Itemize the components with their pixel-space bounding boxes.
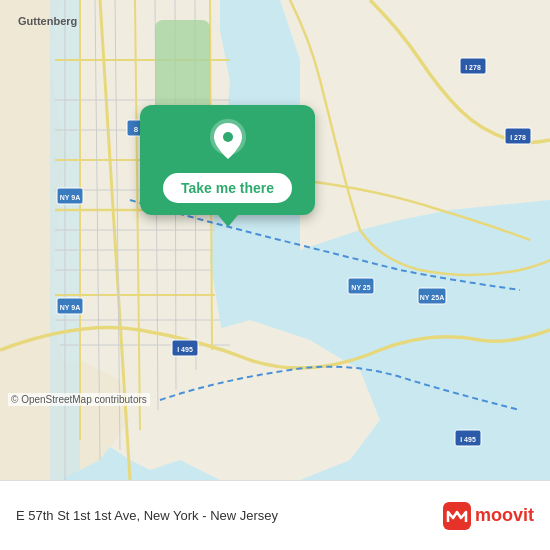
svg-text:I 495: I 495 <box>460 436 476 443</box>
moovit-brand-name: moovit <box>475 505 534 526</box>
take-me-there-button[interactable]: Take me there <box>163 173 292 203</box>
bottom-bar: E 57th St 1st 1st Ave, New York - New Je… <box>0 480 550 550</box>
copyright-notice: © OpenStreetMap contributors <box>8 393 150 406</box>
location-popup: Take me there <box>140 105 315 215</box>
map-view: NY 9A NY 9A I 495 I 278 I 278 NY 25 NY 2… <box>0 0 550 480</box>
svg-text:I 278: I 278 <box>510 134 526 141</box>
svg-text:NY 9A: NY 9A <box>60 304 81 311</box>
location-pin-icon <box>206 119 250 163</box>
svg-text:Guttenberg: Guttenberg <box>18 15 77 27</box>
moovit-logo: moovit <box>443 502 534 530</box>
svg-point-54 <box>223 132 233 142</box>
moovit-icon <box>443 502 471 530</box>
svg-text:8: 8 <box>134 125 139 134</box>
svg-text:I 278: I 278 <box>465 64 481 71</box>
svg-text:I 495: I 495 <box>177 346 193 353</box>
svg-text:NY 25A: NY 25A <box>420 294 444 301</box>
location-label: E 57th St 1st 1st Ave, New York - New Je… <box>16 508 443 523</box>
svg-text:NY 9A: NY 9A <box>60 194 81 201</box>
svg-text:NY 25: NY 25 <box>351 284 370 291</box>
